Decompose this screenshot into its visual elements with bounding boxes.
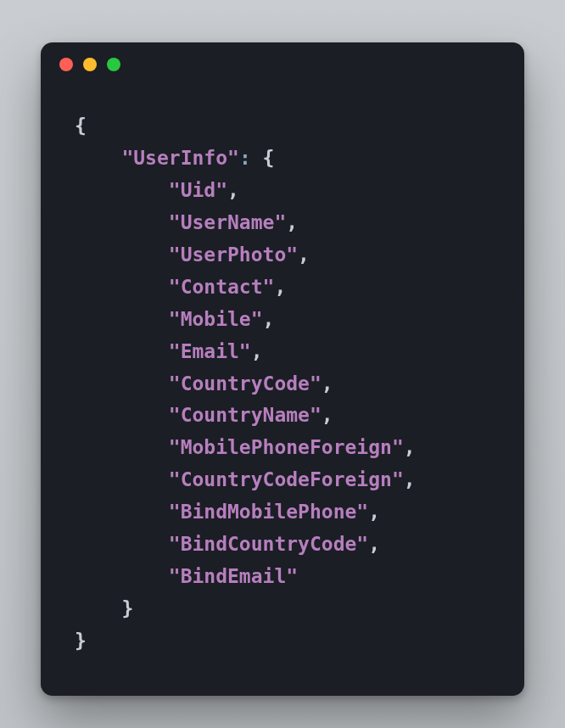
field-key: "BindCountryCode" xyxy=(169,533,368,555)
field-key: "Email" xyxy=(169,340,251,362)
editor-window: { "UserInfo": { "Uid", "UserName", "User… xyxy=(41,42,524,696)
field-key: "BindEmail" xyxy=(169,565,298,587)
field-key: "CountryName" xyxy=(169,404,322,426)
root-key: "UserInfo" xyxy=(121,147,238,169)
titlebar xyxy=(41,42,524,87)
code-block: { "UserInfo": { "Uid", "UserName", "User… xyxy=(41,87,524,683)
zoom-icon[interactable] xyxy=(107,58,120,71)
brace-close-inner: } xyxy=(121,597,133,619)
field-key: "Contact" xyxy=(169,276,275,298)
field-key: "UserPhoto" xyxy=(169,244,298,266)
field-key: "Mobile" xyxy=(169,308,263,330)
field-key: "CountryCodeForeign" xyxy=(169,468,404,490)
minimize-icon[interactable] xyxy=(83,58,97,71)
field-key: "CountryCode" xyxy=(169,372,322,395)
brace-open-inner: { xyxy=(263,147,275,169)
field-key: "Uid" xyxy=(169,179,227,201)
brace-close-outer: } xyxy=(75,630,87,652)
field-key: "MobilePhoneForeign" xyxy=(169,436,404,458)
field-key: "UserName" xyxy=(169,211,286,233)
field-key: "BindMobilePhone" xyxy=(169,501,368,523)
colon: : xyxy=(239,147,251,169)
brace-open-outer: { xyxy=(75,115,87,137)
close-icon[interactable] xyxy=(59,58,73,71)
